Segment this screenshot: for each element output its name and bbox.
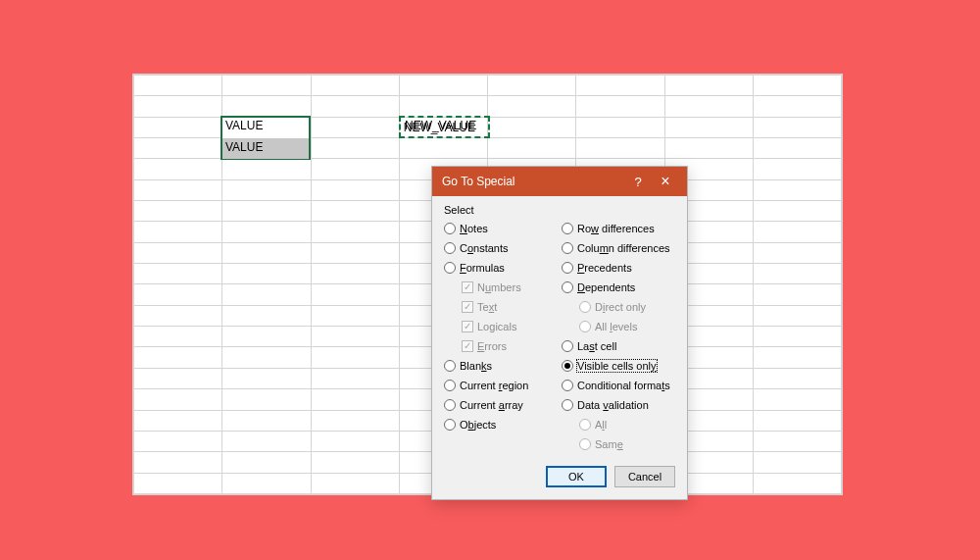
dialog-body: Select Notes Constants Formulas ✓Numbers… bbox=[432, 196, 687, 458]
dialog-titlebar[interactable]: Go To Special ? × bbox=[432, 167, 687, 196]
option-current-region[interactable]: Current region bbox=[444, 377, 558, 393]
option-formulas[interactable]: Formulas bbox=[444, 259, 558, 276]
option-precedents[interactable]: Precedents bbox=[562, 259, 675, 276]
close-button[interactable]: × bbox=[652, 167, 679, 196]
option-text: ✓Text bbox=[444, 298, 558, 315]
option-blanks[interactable]: Blanks bbox=[444, 357, 558, 374]
option-data-validation[interactable]: Data validation bbox=[562, 396, 675, 413]
option-direct-only: Direct only bbox=[562, 298, 675, 315]
option-last-cell[interactable]: Last cell bbox=[562, 337, 675, 354]
cell-a1-text-overlay: VALUE bbox=[225, 119, 263, 132]
option-constants[interactable]: Constants bbox=[444, 239, 558, 256]
option-row-differences[interactable]: Row differences bbox=[562, 220, 675, 236]
option-notes[interactable]: Notes bbox=[444, 220, 558, 236]
option-conditional-formats[interactable]: Conditional formats bbox=[562, 377, 675, 393]
option-visible-cells-only[interactable]: Visible cells only bbox=[562, 357, 675, 374]
dialog-title: Go To Special bbox=[442, 175, 624, 188]
option-dependents[interactable]: Dependents bbox=[562, 279, 675, 295]
options-left-column: Notes Constants Formulas ✓Numbers ✓Text … bbox=[444, 220, 558, 452]
options-right-column: Row differences Column differences Prece… bbox=[562, 220, 675, 452]
option-objects[interactable]: Objects bbox=[444, 416, 558, 433]
option-column-differences[interactable]: Column differences bbox=[562, 239, 675, 256]
option-errors: ✓Errors bbox=[444, 337, 558, 354]
option-all-levels: All levels bbox=[562, 318, 675, 334]
go-to-special-dialog: Go To Special ? × Select Notes Constants… bbox=[431, 166, 688, 500]
cell-c1-text-overlay: NEW_VALUE bbox=[405, 119, 476, 132]
cell-a2-text-overlay: VALUE bbox=[225, 140, 263, 154]
option-same: Same bbox=[562, 435, 675, 452]
option-numbers: ✓Numbers bbox=[444, 279, 558, 295]
help-button[interactable]: ? bbox=[624, 167, 652, 196]
select-label: Select bbox=[444, 204, 675, 216]
ok-button[interactable]: OK bbox=[546, 466, 607, 487]
option-all: All bbox=[562, 416, 675, 433]
option-logicals: ✓Logicals bbox=[444, 318, 558, 334]
dialog-footer: OK Cancel bbox=[432, 458, 687, 499]
cancel-button[interactable]: Cancel bbox=[614, 466, 675, 487]
option-current-array[interactable]: Current array bbox=[444, 396, 558, 413]
